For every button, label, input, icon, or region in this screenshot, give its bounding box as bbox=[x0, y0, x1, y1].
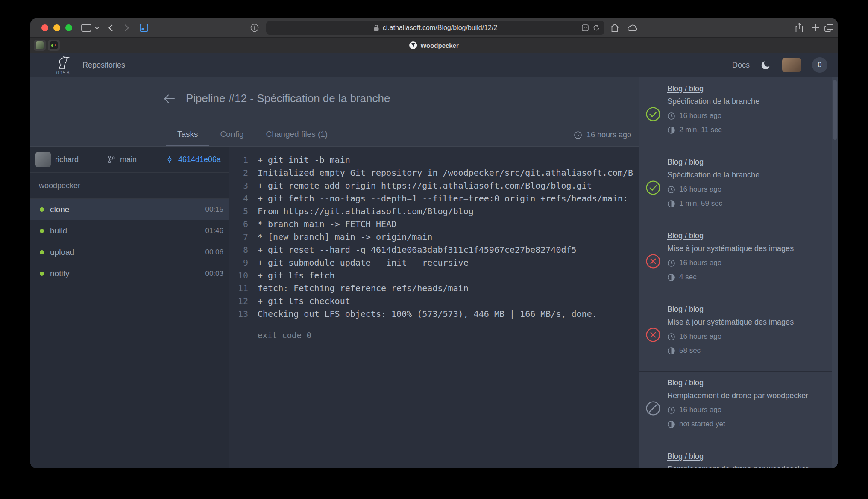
author-avatar bbox=[35, 152, 51, 167]
duration-icon bbox=[667, 273, 675, 281]
pipeline-card[interactable]: Blog / blog Remplacement de drone par wo… bbox=[639, 445, 838, 468]
clock-icon bbox=[667, 259, 675, 267]
card-duration: 1 min, 59 sec bbox=[667, 199, 760, 208]
card-time: 16 hours ago bbox=[667, 259, 794, 267]
repo-link[interactable]: Blog / blog bbox=[667, 305, 794, 314]
active-tab[interactable]: Woodpecker bbox=[409, 38, 459, 53]
pipeline-card[interactable]: Blog / blog Remplacement de drone par wo… bbox=[639, 372, 838, 445]
clock-icon bbox=[667, 333, 675, 341]
pinned-tab-1[interactable] bbox=[34, 40, 46, 51]
status-not-started-icon bbox=[645, 445, 661, 468]
privacy-info-icon[interactable] bbox=[250, 18, 259, 37]
main-column: Pipeline #12 - Spécification de la branc… bbox=[30, 77, 639, 468]
woodpecker-logo-icon bbox=[54, 55, 71, 70]
log-panel: 1+ git init -b main 2Initialized empty G… bbox=[229, 147, 639, 468]
new-tab-icon[interactable] bbox=[811, 18, 821, 37]
card-time: 16 hours ago bbox=[667, 112, 760, 120]
tab-strip: Woodpecker bbox=[30, 37, 838, 53]
commit-message: Spécification de la branche bbox=[667, 171, 760, 180]
back-arrow-icon[interactable] bbox=[163, 93, 176, 104]
nav-repositories[interactable]: Repositories bbox=[82, 61, 125, 70]
log-line: 12+ git lfs checkout bbox=[229, 295, 639, 307]
commit-message: Spécification de la branche bbox=[667, 97, 760, 106]
pipeline-card[interactable]: Blog / blog Spécification de la branche … bbox=[639, 77, 838, 151]
step-clone[interactable]: clone 00:15 bbox=[30, 199, 229, 220]
commit-icon bbox=[165, 155, 174, 164]
commit-group: 4614d1e06a bbox=[165, 155, 221, 164]
woodpecker-app: 0.15.8 Repositories Docs 0 bbox=[30, 53, 838, 468]
pipeline-card[interactable]: Blog / blog Mise à jour systématique des… bbox=[639, 224, 838, 298]
share-icon[interactable] bbox=[794, 18, 804, 37]
status-success-icon bbox=[645, 77, 661, 151]
duration-icon bbox=[667, 200, 675, 208]
address-bar[interactable]: ci.athaliasoft.com/Blog/blog/build/12/2 bbox=[266, 21, 604, 35]
card-duration: 2 min, 11 sec bbox=[667, 126, 760, 134]
pipeline-time: 16 hours ago bbox=[574, 124, 631, 146]
title-row: Pipeline #12 - Spécification de la branc… bbox=[163, 92, 390, 105]
author-group: richard bbox=[35, 152, 79, 167]
theme-toggle-moon-icon[interactable] bbox=[761, 60, 771, 70]
builds-sidebar: Blog / blog Spécification de la branche … bbox=[639, 77, 838, 468]
log-line: 6* branch main -> FETCH_HEAD bbox=[229, 218, 639, 230]
pipeline-card[interactable]: Blog / blog Spécification de la branche … bbox=[639, 151, 838, 224]
tab-overview-icon[interactable] bbox=[824, 18, 834, 37]
sidebar-toggle-icon[interactable] bbox=[81, 18, 92, 37]
pinned-tab-2[interactable] bbox=[48, 40, 60, 51]
queue-counter-badge[interactable]: 0 bbox=[812, 57, 827, 73]
tab-changed-files[interactable]: Changed files (1) bbox=[255, 124, 339, 146]
steps-panel: richard main bbox=[30, 147, 229, 468]
minimize-button[interactable] bbox=[53, 24, 60, 31]
logo-block[interactable]: 0.15.8 bbox=[54, 55, 71, 75]
commit-message: Mise à jour systématique des images bbox=[667, 318, 794, 327]
tab-tasks[interactable]: Tasks bbox=[166, 124, 209, 146]
branch-icon bbox=[107, 155, 116, 164]
back-icon[interactable] bbox=[106, 18, 116, 37]
sidebar-scrollbar[interactable] bbox=[832, 77, 838, 468]
commit-message: Mise à jour systématique des images bbox=[667, 244, 794, 253]
clock-icon bbox=[667, 186, 675, 194]
card-body: Blog / blog Mise à jour systématique des… bbox=[667, 231, 794, 298]
repo-link[interactable]: Blog / blog bbox=[667, 158, 760, 167]
woodpecker-favicon bbox=[409, 41, 417, 49]
status-dot-success bbox=[40, 207, 44, 212]
repo-link[interactable]: Blog / blog bbox=[667, 231, 794, 240]
step-upload[interactable]: upload 00:06 bbox=[30, 242, 229, 263]
site-settings-icon[interactable] bbox=[581, 21, 589, 35]
web-app-icon[interactable] bbox=[139, 18, 149, 37]
log-line: 4+ git fetch --no-tags --depth=1 --filte… bbox=[229, 192, 639, 205]
duration-icon bbox=[667, 420, 675, 428]
pinned-tabs bbox=[34, 40, 60, 51]
chevron-down-icon[interactable] bbox=[94, 18, 100, 37]
repo-link[interactable]: Blog / blog bbox=[667, 84, 760, 93]
pipeline-title: Pipeline #12 - Spécification de la branc… bbox=[186, 92, 390, 105]
pinned-tab-2-favicon bbox=[50, 41, 58, 49]
repo-link[interactable]: Blog / blog bbox=[667, 452, 808, 461]
reload-icon[interactable] bbox=[592, 21, 600, 35]
card-body: Blog / blog Spécification de la branche … bbox=[667, 158, 760, 224]
forward-icon[interactable] bbox=[122, 18, 131, 37]
app-header: 0.15.8 Repositories Docs 0 bbox=[30, 53, 838, 77]
nav-docs[interactable]: Docs bbox=[732, 61, 750, 70]
commit-hash-link[interactable]: 4614d1e06a bbox=[178, 155, 221, 164]
scrollbar-thumb[interactable] bbox=[833, 80, 837, 140]
log-line: 13Checking out LFS objects: 100% (573/57… bbox=[229, 307, 639, 320]
tab-config[interactable]: Config bbox=[209, 124, 255, 146]
card-time: 16 hours ago bbox=[667, 406, 808, 414]
browser-toolbar: ci.athaliasoft.com/Blog/blog/build/12/2 bbox=[30, 18, 838, 37]
card-time: 16 hours ago bbox=[667, 185, 760, 194]
window-controls bbox=[41, 24, 72, 31]
card-duration: 4 sec bbox=[667, 273, 794, 281]
zoom-button[interactable] bbox=[65, 24, 72, 31]
step-notify[interactable]: notify 00:03 bbox=[30, 263, 229, 284]
repo-link[interactable]: Blog / blog bbox=[667, 378, 808, 387]
cloud-icon[interactable] bbox=[627, 18, 639, 37]
user-avatar[interactable] bbox=[782, 58, 801, 72]
pipeline-time-text: 16 hours ago bbox=[586, 130, 631, 139]
home-icon[interactable] bbox=[610, 18, 620, 37]
close-button[interactable] bbox=[41, 24, 48, 31]
step-build[interactable]: build 01:46 bbox=[30, 220, 229, 242]
pinned-tab-1-favicon bbox=[36, 41, 44, 49]
url-text: ci.athaliasoft.com/Blog/blog/build/12/2 bbox=[383, 24, 498, 32]
pipeline-card[interactable]: Blog / blog Mise à jour systématique des… bbox=[639, 298, 838, 372]
clock-icon bbox=[667, 406, 675, 414]
